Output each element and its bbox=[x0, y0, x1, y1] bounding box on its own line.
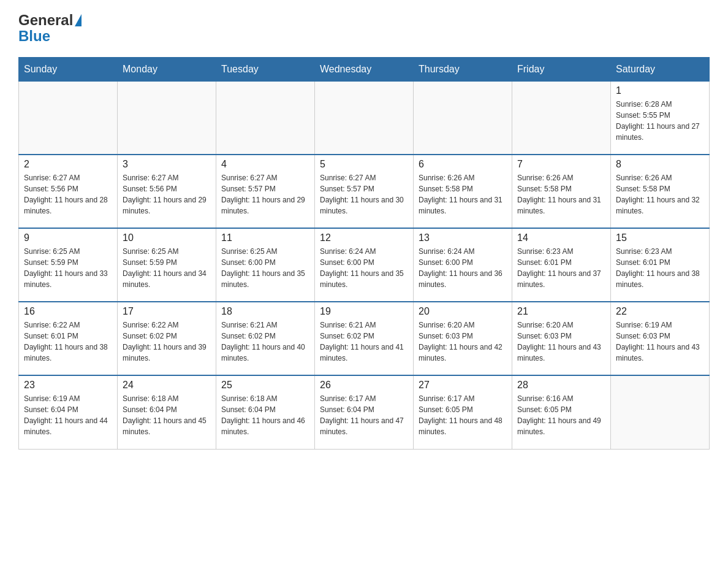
calendar-day: 3Sunrise: 6:27 AMSunset: 5:56 PMDaylight… bbox=[118, 155, 216, 228]
day-info: Sunrise: 6:25 AMSunset: 6:00 PMDaylight:… bbox=[221, 246, 309, 290]
day-number: 9 bbox=[24, 232, 112, 243]
calendar-day: 21Sunrise: 6:20 AMSunset: 6:03 PMDayligh… bbox=[512, 302, 611, 375]
day-info: Sunrise: 6:28 AMSunset: 5:55 PMDaylight:… bbox=[616, 99, 704, 143]
calendar-day: 18Sunrise: 6:21 AMSunset: 6:02 PMDayligh… bbox=[216, 302, 315, 375]
header-sunday: Sunday bbox=[19, 57, 118, 81]
day-number: 22 bbox=[616, 306, 704, 317]
header-saturday: Saturday bbox=[611, 57, 710, 81]
day-info: Sunrise: 6:27 AMSunset: 5:56 PMDaylight:… bbox=[123, 172, 211, 216]
day-info: Sunrise: 6:17 AMSunset: 6:04 PMDaylight:… bbox=[320, 393, 408, 437]
day-number: 11 bbox=[221, 232, 309, 243]
calendar-day: 17Sunrise: 6:22 AMSunset: 6:02 PMDayligh… bbox=[118, 302, 216, 375]
day-number: 6 bbox=[419, 159, 507, 170]
day-info: Sunrise: 6:19 AMSunset: 6:04 PMDaylight:… bbox=[24, 393, 112, 437]
day-info: Sunrise: 6:25 AMSunset: 5:59 PMDaylight:… bbox=[123, 246, 211, 290]
day-info: Sunrise: 6:20 AMSunset: 6:03 PMDaylight:… bbox=[517, 320, 605, 364]
day-info: Sunrise: 6:23 AMSunset: 6:01 PMDaylight:… bbox=[616, 246, 704, 290]
calendar-day bbox=[414, 81, 512, 155]
calendar-day: 7Sunrise: 6:26 AMSunset: 5:58 PMDaylight… bbox=[512, 155, 611, 228]
calendar-day bbox=[118, 81, 216, 155]
calendar-day: 16Sunrise: 6:22 AMSunset: 6:01 PMDayligh… bbox=[19, 302, 118, 375]
calendar-day: 20Sunrise: 6:20 AMSunset: 6:03 PMDayligh… bbox=[414, 302, 512, 375]
day-number: 17 bbox=[123, 306, 211, 317]
day-info: Sunrise: 6:16 AMSunset: 6:05 PMDaylight:… bbox=[517, 393, 605, 437]
day-info: Sunrise: 6:17 AMSunset: 6:05 PMDaylight:… bbox=[419, 393, 507, 437]
logo-blue: Blue bbox=[18, 28, 82, 44]
day-info: Sunrise: 6:27 AMSunset: 5:57 PMDaylight:… bbox=[320, 172, 408, 216]
header-thursday: Thursday bbox=[414, 57, 512, 81]
calendar-day: 10Sunrise: 6:25 AMSunset: 5:59 PMDayligh… bbox=[118, 228, 216, 302]
calendar-week-1: 1Sunrise: 6:28 AMSunset: 5:55 PMDaylight… bbox=[19, 81, 710, 155]
day-number: 5 bbox=[320, 159, 408, 170]
calendar-day: 11Sunrise: 6:25 AMSunset: 6:00 PMDayligh… bbox=[216, 228, 315, 302]
calendar-day: 4Sunrise: 6:27 AMSunset: 5:57 PMDaylight… bbox=[216, 155, 315, 228]
day-number: 27 bbox=[419, 380, 507, 391]
calendar-day: 9Sunrise: 6:25 AMSunset: 5:59 PMDaylight… bbox=[19, 228, 118, 302]
day-info: Sunrise: 6:18 AMSunset: 6:04 PMDaylight:… bbox=[221, 393, 309, 437]
day-number: 3 bbox=[123, 159, 211, 170]
day-info: Sunrise: 6:26 AMSunset: 5:58 PMDaylight:… bbox=[616, 172, 704, 216]
day-number: 8 bbox=[616, 159, 704, 170]
header-monday: Monday bbox=[118, 57, 216, 81]
calendar-day bbox=[315, 81, 414, 155]
calendar-day: 1Sunrise: 6:28 AMSunset: 5:55 PMDaylight… bbox=[611, 81, 710, 155]
day-number: 7 bbox=[517, 159, 605, 170]
day-info: Sunrise: 6:19 AMSunset: 6:03 PMDaylight:… bbox=[616, 320, 704, 364]
calendar-day: 23Sunrise: 6:19 AMSunset: 6:04 PMDayligh… bbox=[19, 375, 118, 449]
calendar-day: 25Sunrise: 6:18 AMSunset: 6:04 PMDayligh… bbox=[216, 375, 315, 449]
day-info: Sunrise: 6:26 AMSunset: 5:58 PMDaylight:… bbox=[517, 172, 605, 216]
calendar-day: 12Sunrise: 6:24 AMSunset: 6:00 PMDayligh… bbox=[315, 228, 414, 302]
day-number: 10 bbox=[123, 232, 211, 243]
header-wednesday: Wednesday bbox=[315, 57, 414, 81]
day-info: Sunrise: 6:26 AMSunset: 5:58 PMDaylight:… bbox=[419, 172, 507, 216]
day-number: 14 bbox=[517, 232, 605, 243]
day-number: 25 bbox=[221, 380, 309, 391]
day-info: Sunrise: 6:21 AMSunset: 6:02 PMDaylight:… bbox=[221, 320, 309, 364]
calendar-day bbox=[512, 81, 611, 155]
header-friday: Friday bbox=[512, 57, 611, 81]
day-number: 19 bbox=[320, 306, 408, 317]
calendar-day: 24Sunrise: 6:18 AMSunset: 6:04 PMDayligh… bbox=[118, 375, 216, 449]
day-number: 21 bbox=[517, 306, 605, 317]
day-info: Sunrise: 6:27 AMSunset: 5:56 PMDaylight:… bbox=[24, 172, 112, 216]
logo: General Blue bbox=[18, 12, 82, 45]
day-info: Sunrise: 6:23 AMSunset: 6:01 PMDaylight:… bbox=[517, 246, 605, 290]
calendar-week-4: 16Sunrise: 6:22 AMSunset: 6:01 PMDayligh… bbox=[19, 302, 710, 375]
calendar-day bbox=[19, 81, 118, 155]
day-info: Sunrise: 6:22 AMSunset: 6:01 PMDaylight:… bbox=[24, 320, 112, 364]
day-number: 13 bbox=[419, 232, 507, 243]
day-number: 4 bbox=[221, 159, 309, 170]
day-info: Sunrise: 6:24 AMSunset: 6:00 PMDaylight:… bbox=[419, 246, 507, 290]
header-tuesday: Tuesday bbox=[216, 57, 315, 81]
calendar-week-5: 23Sunrise: 6:19 AMSunset: 6:04 PMDayligh… bbox=[19, 375, 710, 449]
calendar-week-2: 2Sunrise: 6:27 AMSunset: 5:56 PMDaylight… bbox=[19, 155, 710, 228]
day-info: Sunrise: 6:22 AMSunset: 6:02 PMDaylight:… bbox=[123, 320, 211, 364]
calendar-day: 19Sunrise: 6:21 AMSunset: 6:02 PMDayligh… bbox=[315, 302, 414, 375]
logo-general: General bbox=[18, 12, 73, 28]
calendar-day: 13Sunrise: 6:24 AMSunset: 6:00 PMDayligh… bbox=[414, 228, 512, 302]
day-info: Sunrise: 6:24 AMSunset: 6:00 PMDaylight:… bbox=[320, 246, 408, 290]
day-number: 26 bbox=[320, 380, 408, 391]
day-info: Sunrise: 6:18 AMSunset: 6:04 PMDaylight:… bbox=[123, 393, 211, 437]
calendar-day: 8Sunrise: 6:26 AMSunset: 5:58 PMDaylight… bbox=[611, 155, 710, 228]
calendar-day: 28Sunrise: 6:16 AMSunset: 6:05 PMDayligh… bbox=[512, 375, 611, 449]
calendar-day: 5Sunrise: 6:27 AMSunset: 5:57 PMDaylight… bbox=[315, 155, 414, 228]
calendar-day: 14Sunrise: 6:23 AMSunset: 6:01 PMDayligh… bbox=[512, 228, 611, 302]
day-number: 1 bbox=[616, 85, 704, 96]
day-number: 16 bbox=[24, 306, 112, 317]
day-info: Sunrise: 6:25 AMSunset: 5:59 PMDaylight:… bbox=[24, 246, 112, 290]
calendar-day: 26Sunrise: 6:17 AMSunset: 6:04 PMDayligh… bbox=[315, 375, 414, 449]
calendar-header-row: SundayMondayTuesdayWednesdayThursdayFrid… bbox=[19, 57, 710, 81]
calendar-day: 2Sunrise: 6:27 AMSunset: 5:56 PMDaylight… bbox=[19, 155, 118, 228]
day-info: Sunrise: 6:27 AMSunset: 5:57 PMDaylight:… bbox=[221, 172, 309, 216]
calendar-day: 6Sunrise: 6:26 AMSunset: 5:58 PMDaylight… bbox=[414, 155, 512, 228]
calendar-day: 22Sunrise: 6:19 AMSunset: 6:03 PMDayligh… bbox=[611, 302, 710, 375]
calendar-day bbox=[216, 81, 315, 155]
day-number: 24 bbox=[123, 380, 211, 391]
calendar-day: 15Sunrise: 6:23 AMSunset: 6:01 PMDayligh… bbox=[611, 228, 710, 302]
calendar-table: SundayMondayTuesdayWednesdayThursdayFrid… bbox=[18, 57, 710, 450]
day-info: Sunrise: 6:21 AMSunset: 6:02 PMDaylight:… bbox=[320, 320, 408, 364]
calendar-week-3: 9Sunrise: 6:25 AMSunset: 5:59 PMDaylight… bbox=[19, 228, 710, 302]
page-header: General Blue bbox=[18, 12, 710, 45]
day-number: 15 bbox=[616, 232, 704, 243]
